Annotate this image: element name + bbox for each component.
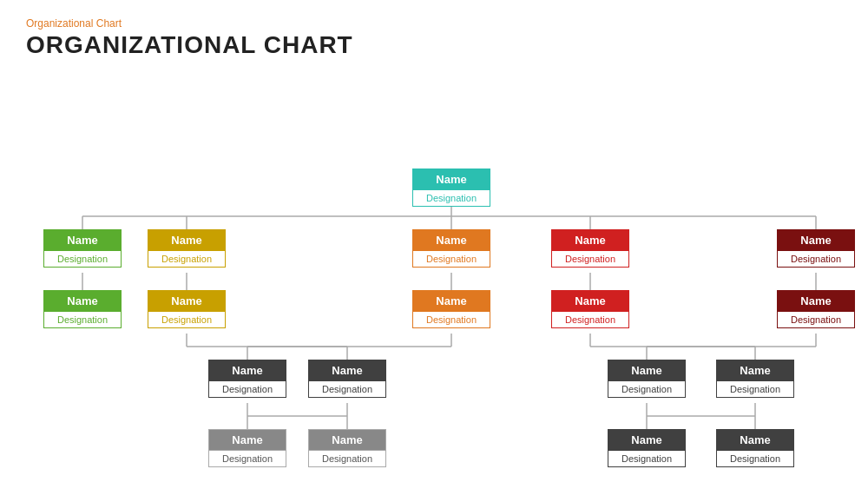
node-l2-dg3-designation: Designation: [608, 380, 685, 397]
node-l1-green2: Name Designation: [43, 290, 122, 328]
node-root-designation: Designation: [413, 189, 490, 206]
node-l2-dg1: Name Designation: [208, 360, 286, 398]
node-l1-green2-name: Name: [44, 291, 121, 311]
node-l1-darkred2-designation: Designation: [778, 311, 854, 327]
node-l1-darkred1-name: Name: [778, 230, 854, 250]
node-l2-dg4-designation: Designation: [717, 380, 793, 397]
node-l1-orange2-name: Name: [413, 291, 490, 311]
node-l2-dg1-name: Name: [209, 360, 286, 380]
node-l1-red1-name: Name: [552, 230, 628, 250]
node-l1-orange2-designation: Designation: [413, 311, 490, 327]
node-l1-yellow1-designation: Designation: [148, 250, 225, 267]
node-l1-red2-name: Name: [552, 291, 628, 311]
node-l1-orange1: Name Designation: [412, 229, 490, 268]
node-l1-green2-designation: Designation: [44, 311, 121, 327]
node-l1-red2-designation: Designation: [552, 311, 628, 327]
node-l2-dg2-designation: Designation: [309, 380, 385, 397]
node-l1-yellow1: Name Designation: [148, 229, 226, 268]
node-l3-lg2-designation: Designation: [309, 450, 385, 466]
node-l1-yellow2-name: Name: [148, 291, 225, 311]
node-l2-dg4-name: Name: [717, 360, 793, 380]
node-l3-lg4-name: Name: [717, 430, 793, 450]
node-l1-orange1-designation: Designation: [413, 250, 490, 267]
node-root: Name Designation: [412, 169, 490, 207]
chart-area: Name Designation Name Designation Name D…: [26, 75, 842, 448]
node-l2-dg2: Name Designation: [308, 360, 386, 398]
node-l1-orange1-name: Name: [413, 230, 490, 250]
node-l1-yellow2: Name Designation: [148, 290, 226, 328]
node-l1-darkred2: Name Designation: [777, 290, 855, 328]
main-title: ORGANIZATIONAL CHART: [26, 31, 842, 59]
node-l2-dg4: Name Designation: [716, 360, 794, 398]
node-l1-red1: Name Designation: [551, 229, 629, 268]
node-l1-red1-designation: Designation: [552, 250, 628, 267]
node-l3-lg4-designation: Designation: [717, 450, 793, 466]
node-l3-lg2-name: Name: [309, 430, 385, 450]
node-l1-red2: Name Designation: [551, 290, 629, 328]
node-l3-lg1-designation: Designation: [209, 450, 286, 466]
node-l2-dg3: Name Designation: [608, 360, 686, 398]
node-l1-orange2: Name Designation: [412, 290, 490, 328]
node-l3-lg3: Name Designation: [608, 429, 686, 467]
node-l3-lg4: Name Designation: [716, 429, 794, 467]
node-l3-lg3-designation: Designation: [608, 450, 685, 466]
node-l1-green1-name: Name: [44, 230, 121, 250]
subtitle: Organizational Chart: [26, 17, 842, 30]
node-l1-yellow2-designation: Designation: [148, 311, 225, 327]
node-root-name: Name: [413, 169, 490, 189]
node-l1-yellow1-name: Name: [148, 230, 225, 250]
node-l1-green1: Name Designation: [43, 229, 122, 268]
node-l1-darkred1-designation: Designation: [778, 250, 854, 267]
node-l3-lg1-name: Name: [209, 430, 286, 450]
node-l1-darkred1: Name Designation: [777, 229, 855, 268]
node-l3-lg1: Name Designation: [208, 429, 286, 467]
page: Organizational Chart ORGANIZATIONAL CHAR…: [0, 0, 868, 489]
node-l2-dg1-designation: Designation: [209, 380, 286, 397]
node-l1-darkred2-name: Name: [778, 291, 854, 311]
node-l2-dg2-name: Name: [309, 360, 385, 380]
node-l1-green1-designation: Designation: [44, 250, 121, 267]
node-l3-lg2: Name Designation: [308, 429, 386, 467]
node-l3-lg3-name: Name: [608, 430, 685, 450]
node-l2-dg3-name: Name: [608, 360, 685, 380]
